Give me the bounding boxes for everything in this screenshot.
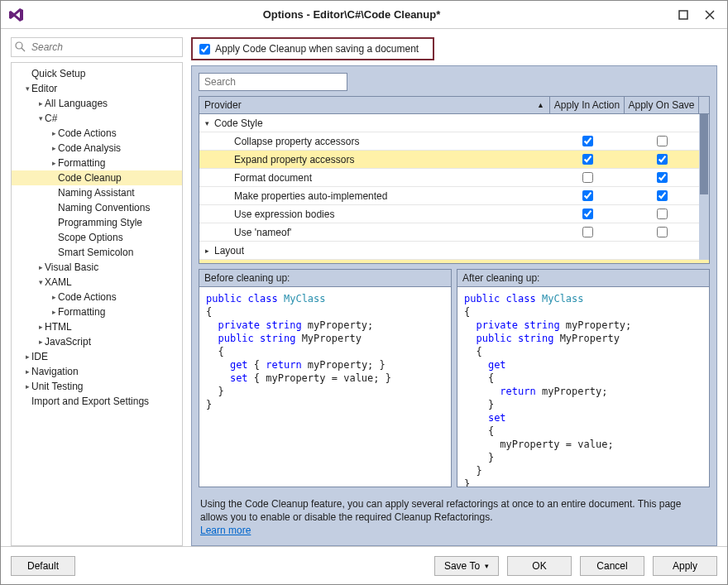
tree-item-label: Smart Semicolon [58,247,133,258]
tree-item[interactable]: ▸Visual Basic [12,260,182,275]
apply-on-save-checkbox[interactable] [657,154,668,165]
tree-item-label: Unit Testing [31,381,83,392]
grid-group-row[interactable]: ▾Code Style [199,114,699,132]
tree-item[interactable]: ▸Formatting [12,304,182,319]
tree-item[interactable]: Smart Semicolon [12,245,182,260]
tree-arrow-icon: ▸ [50,159,58,167]
grid-data-row[interactable]: Expand property accessors [199,151,699,169]
tree-item-label: JavaScript [45,336,91,348]
tree-item[interactable]: ▸HTML [12,319,182,334]
apply-in-action-checkbox[interactable] [582,209,593,219]
tree-item-label: Navigation [31,366,79,377]
options-dialog: Options - Editor\C#\Code Cleanup* Quick … [0,0,728,585]
tree-item-label: XAML [45,276,72,288]
column-apply-on-save[interactable]: Apply On Save [625,97,699,113]
tree-item[interactable]: ▸Unit Testing [12,379,182,394]
row-label: Collapse property accessors [199,136,550,147]
tree-item[interactable]: Code Cleanup [12,170,182,185]
description-text: Using the Code Cleanup feature, you can … [199,492,710,539]
tree-item[interactable]: ▸JavaScript [12,334,182,349]
dialog-footer: Default Save To OK Cancel Apply [1,546,727,584]
group-label: Code Style [214,117,699,129]
tree-item-label: C# [45,113,57,124]
tree-item[interactable]: ▸Code Analysis [12,141,182,156]
tree-item[interactable]: Naming Assistant [12,185,182,200]
grid-data-row[interactable]: Use expression bodies [199,205,699,223]
tree-item[interactable]: Programming Style [12,215,182,230]
tree-arrow-icon: ▸ [36,338,45,346]
tree-item[interactable]: ▾C# [12,111,182,126]
apply-on-save-checkbox[interactable] [657,136,668,146]
tree-item-label: HTML [45,321,72,333]
tree-arrow-icon: ▸ [36,263,45,271]
grid-data-row[interactable]: Use 'nameof' [199,223,699,242]
apply-on-save-checkbox[interactable] [657,209,668,219]
apply-in-action-checkbox[interactable] [582,190,593,201]
row-label: Format document [199,172,550,184]
tree-item[interactable]: ▾Editor [12,81,182,96]
tree-item[interactable]: Quick Setup [12,66,182,81]
tree-item-label: Quick Setup [31,68,85,79]
tree-item[interactable]: ▾XAML [12,275,182,290]
apply-in-action-checkbox[interactable] [582,136,593,146]
options-tree[interactable]: Quick Setup▾Editor▸All Languages▾C#▸Code… [11,62,183,546]
tree-item-label: Code Actions [58,127,117,139]
apply-on-save-checkbox[interactable] [657,227,668,237]
grid-scrollbar[interactable] [699,114,709,260]
sidebar: Quick Setup▾Editor▸All Languages▾C#▸Code… [11,37,183,546]
preview-before-code: public class MyClass { private string my… [199,287,451,487]
tree-item-label: Code Cleanup [58,172,122,184]
maximize-icon[interactable] [678,9,689,21]
tree-arrow-icon: ▾ [36,114,45,122]
tree-item[interactable]: ▸Navigation [12,364,182,379]
tree-item[interactable]: Naming Conventions [12,200,182,215]
tree-item[interactable]: ▸All Languages [12,96,182,111]
apply-in-action-checkbox[interactable] [582,227,593,237]
tree-item[interactable]: ▸Formatting [12,156,182,170]
tree-item-label: Editor [31,83,57,94]
save-to-button[interactable]: Save To [434,556,499,576]
apply-on-save-checkbox[interactable] [657,172,668,183]
tree-arrow-icon: ▸ [23,352,31,361]
apply-in-action-checkbox[interactable] [582,154,593,165]
row-label: Use expression bodies [199,209,550,220]
close-icon[interactable] [704,9,716,21]
cancel-button[interactable]: Cancel [580,556,644,576]
tree-arrow-icon: ▸ [50,144,58,152]
column-provider[interactable]: Provider ▲ [199,97,550,113]
grid-data-row[interactable]: Make properties auto-implemented [199,187,699,205]
apply-on-save-label: Apply Code Cleanup when saving a documen… [215,43,419,55]
vs-logo-icon [7,6,26,24]
group-arrow-icon: ▸ [199,247,214,255]
tree-arrow-icon: ▸ [23,367,31,376]
svg-point-1 [16,42,22,49]
provider-search-input[interactable] [199,73,347,91]
preview-after: After cleaning up: public class MyClass … [457,269,710,487]
learn-more-link[interactable]: Learn more [200,525,251,536]
apply-in-action-checkbox[interactable] [582,172,593,183]
column-apply-in-action[interactable]: Apply In Action [550,97,625,113]
tree-arrow-icon: ▸ [50,308,58,316]
tree-item-label: Formatting [58,306,105,318]
tree-arrow-icon: ▸ [23,382,31,391]
tree-item-label: Code Analysis [58,142,121,154]
tree-item[interactable]: Import and Export Settings [12,394,182,409]
tree-item[interactable]: ▸Code Actions [12,290,182,304]
svg-rect-0 [679,11,687,19]
default-button[interactable]: Default [11,556,75,576]
row-label: Expand property accessors [199,154,550,165]
tree-item-label: Formatting [58,157,105,169]
grid-data-row[interactable]: Collapse property accessors [199,132,699,151]
apply-on-save-checkbox[interactable] [657,190,668,201]
grid-group-row[interactable]: ▸Layout [199,242,699,260]
tree-item[interactable]: ▸Code Actions [12,126,182,141]
ok-button[interactable]: OK [507,556,572,576]
sidebar-search-input[interactable] [11,37,183,57]
apply-button[interactable]: Apply [653,556,717,576]
grid-data-row[interactable]: Format document [199,169,699,187]
apply-on-save-checkbox[interactable] [199,44,210,55]
tree-item[interactable]: Scope Options [12,230,182,245]
svg-line-2 [22,48,25,51]
tree-item[interactable]: ▸IDE [12,349,182,364]
tree-item-label: Code Actions [58,291,117,303]
